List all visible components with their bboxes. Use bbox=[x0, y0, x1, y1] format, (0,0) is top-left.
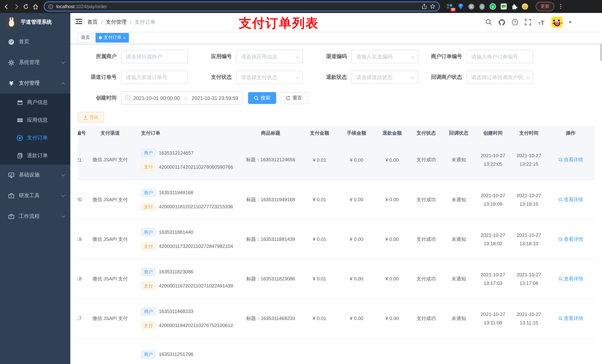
sidebar-collapse-icon[interactable] bbox=[75, 19, 82, 26]
sidebar-item-pay-order[interactable]: ¥ 支付订单 bbox=[0, 129, 70, 147]
extension-blue-diamond-icon[interactable]: 10 bbox=[447, 3, 453, 10]
breadcrumb-home[interactable]: 首页 bbox=[87, 19, 98, 26]
breadcrumb-pay-manage[interactable]: 支付管理 bbox=[106, 19, 127, 26]
extension-pin-icon[interactable] bbox=[457, 3, 464, 10]
close-icon[interactable]: × bbox=[123, 35, 126, 40]
yen-icon: ¥ bbox=[8, 80, 14, 86]
cell-pay-status: 支付成功 bbox=[410, 140, 442, 180]
export-button[interactable]: 导出 bbox=[78, 112, 104, 123]
toolbox-icon bbox=[8, 213, 14, 219]
cell-pay-amount: ¥ 0.01 bbox=[300, 259, 339, 299]
create-time: 13:22:05 bbox=[475, 160, 511, 168]
merchant-tag: 商户 bbox=[141, 149, 156, 157]
merchant-tag: 商户 bbox=[141, 350, 156, 358]
merchant-tag: 商户 bbox=[141, 307, 156, 315]
tab-pay-order[interactable]: 支付订单 × bbox=[96, 33, 129, 42]
sidebar-item-infra[interactable]: 基础设施 bbox=[0, 165, 70, 185]
cell-pay-amount: ¥ 0.01 bbox=[300, 219, 339, 259]
address-bar[interactable]: localhost:1024/pay/order bbox=[44, 1, 440, 11]
field-label: 应用编号 bbox=[195, 53, 236, 60]
extension-puzzle-icon[interactable] bbox=[511, 3, 517, 10]
browser-home-icon[interactable] bbox=[32, 3, 39, 10]
extension-command-icon[interactable]: ⌘ bbox=[468, 3, 475, 10]
channel-code-select[interactable] bbox=[351, 50, 418, 63]
create-date: 2021-10-27 bbox=[475, 310, 511, 318]
reset-button-label: 重置 bbox=[292, 95, 302, 101]
sidebar-item-refund-order[interactable]: 退款订单 bbox=[0, 147, 70, 165]
cell-refund-amount: ¥ 0.00 bbox=[374, 219, 410, 259]
sidebar-item-home[interactable]: 首页 bbox=[0, 31, 70, 52]
merchant-select[interactable] bbox=[121, 50, 188, 63]
search-icon[interactable] bbox=[485, 19, 492, 26]
browser-menu-icon[interactable] bbox=[560, 4, 561, 9]
monitor-icon bbox=[8, 172, 14, 178]
help-icon[interactable]: ? bbox=[512, 19, 518, 26]
extension-emoji-icon[interactable] bbox=[522, 3, 528, 10]
chevron-down-icon bbox=[61, 173, 65, 176]
app-select[interactable] bbox=[236, 50, 303, 63]
sidebar-item-devtools[interactable]: 研发工具 bbox=[0, 185, 70, 206]
refund-status-select[interactable] bbox=[351, 71, 418, 84]
cell-fee-amount: ¥ 0.00 bbox=[339, 299, 374, 338]
view-detail-link[interactable]: 查看详情 bbox=[558, 315, 583, 322]
cell-id: 19 bbox=[78, 236, 82, 242]
annotation-overlay: 支付订单列表 bbox=[239, 15, 319, 32]
field-label: 渠道编码 bbox=[310, 53, 351, 60]
sidebar-item-workflow[interactable]: 工作流程 bbox=[0, 206, 70, 227]
avatar-caret-icon[interactable] bbox=[569, 21, 572, 25]
view-detail-link[interactable]: 查看详情 bbox=[558, 275, 583, 282]
date-range-picker[interactable]: 2021-10-01 00:00:00 - 2021-10-31 23:59:5… bbox=[121, 91, 243, 105]
cell-notify-status: 未通知 bbox=[442, 180, 475, 219]
url-path: :1024/pay/order bbox=[75, 4, 107, 9]
page-scrollbar[interactable] bbox=[600, 13, 602, 364]
svg-text:y: y bbox=[492, 5, 494, 9]
sidebar-item-pay[interactable]: ¥ 支付管理 bbox=[0, 73, 70, 94]
breadcrumb-separator: / bbox=[130, 19, 131, 25]
fullscreen-icon[interactable] bbox=[525, 19, 531, 26]
sidebar-item-merchant-info[interactable]: 商户信息 bbox=[0, 94, 70, 111]
pay-status-select[interactable] bbox=[236, 71, 303, 84]
view-detail-link[interactable]: 查看详情 bbox=[558, 196, 583, 203]
view-detail-link[interactable]: 查看详情 bbox=[558, 157, 583, 163]
svg-text:?: ? bbox=[514, 20, 516, 24]
sidebar-item-system[interactable]: 系统管理 bbox=[0, 52, 70, 73]
top-navbar: 首页 / 支付管理 / 支付订单 支付订单列表 ? TT bbox=[70, 13, 602, 31]
app-logo[interactable]: 芋道管理系统 bbox=[0, 13, 70, 31]
view-detail-label: 查看详情 bbox=[564, 157, 583, 163]
sidebar-item-app-info[interactable]: 应用信息 bbox=[0, 111, 70, 129]
bookmark-star-icon[interactable] bbox=[430, 4, 435, 9]
pay-order-no: 4200001181202110277723215336 bbox=[159, 204, 233, 209]
col-header-pay-amount: 支付金额 bbox=[300, 126, 339, 140]
extension-vant-icon[interactable]: y bbox=[489, 3, 496, 10]
sidebar-item-label: 商户信息 bbox=[27, 99, 64, 106]
github-icon[interactable] bbox=[498, 19, 505, 26]
callback-status-select[interactable] bbox=[466, 71, 533, 84]
extension-chat-icon[interactable] bbox=[500, 3, 507, 10]
merchant-order-no-input[interactable] bbox=[466, 50, 533, 63]
search-button[interactable]: 搜索 bbox=[248, 92, 276, 104]
pay-order-no: 4200001167202110271022491439 bbox=[159, 283, 233, 289]
svg-text:¥: ¥ bbox=[19, 136, 21, 140]
sidebar-item-label: 应用信息 bbox=[27, 117, 64, 124]
site-info-icon[interactable] bbox=[48, 4, 53, 9]
extension-green-dot-icon[interactable] bbox=[479, 3, 485, 10]
merchant-order-no: 1635311823086 bbox=[159, 269, 193, 274]
font-size-icon[interactable]: TT bbox=[538, 19, 545, 25]
view-detail-link[interactable]: 查看详情 bbox=[558, 236, 583, 242]
browser-forward-icon[interactable] bbox=[13, 3, 19, 10]
reset-button[interactable]: 重置 bbox=[280, 92, 308, 104]
share-icon[interactable] bbox=[422, 4, 427, 9]
browser-update-button[interactable]: 更新 bbox=[536, 2, 554, 11]
view-detail-label: 查看详情 bbox=[564, 196, 583, 203]
tab-home[interactable]: 首页 bbox=[78, 33, 93, 42]
gear-icon bbox=[8, 59, 14, 66]
filter-pay-status: 支付状态 bbox=[195, 71, 310, 84]
browser-reload-icon[interactable] bbox=[23, 3, 29, 10]
create-date: 2021-10-27 bbox=[475, 151, 511, 160]
browser-back-icon[interactable] bbox=[4, 3, 10, 10]
cell-title: 标题：1635311468233 bbox=[241, 299, 300, 338]
channel-order-no-input[interactable] bbox=[121, 71, 188, 84]
chevron-down-icon bbox=[61, 60, 65, 64]
avatar[interactable] bbox=[551, 17, 562, 28]
col-header-title: 商品标题 bbox=[241, 126, 300, 140]
